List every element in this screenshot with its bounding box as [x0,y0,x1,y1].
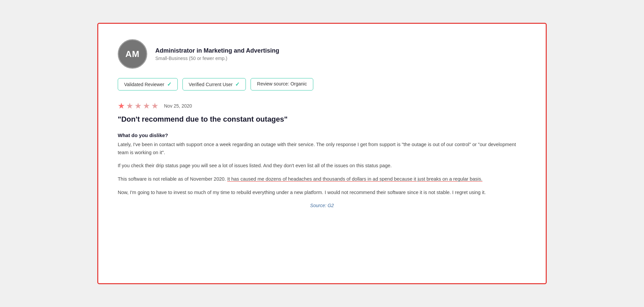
badge-organic: Review source: Organic [251,78,313,90]
check-icon-validated: ✓ [167,81,171,87]
review-card-border: AM Administrator in Marketing and Advert… [97,23,547,284]
badge-organic-label: Review source: Organic [257,81,307,86]
review-card: AM Administrator in Marketing and Advert… [102,27,542,218]
rating-row: ★ ★ ★ ★ ★ Nov 25, 2020 [118,101,526,111]
badges-row: Validated Reviewer ✓ Verified Current Us… [118,78,526,90]
star-1: ★ [118,101,125,111]
review-paragraph-2: If you check their drip status page you … [118,162,526,170]
paragraph3-underlined: It has caused me dozens of headaches and… [227,176,482,182]
reviewer-name: Administrator in Marketing and Advertisi… [155,47,279,54]
review-paragraph-4: Now, I'm going to have to invest so much… [118,189,526,197]
reviewer-header: AM Administrator in Marketing and Advert… [118,39,526,69]
review-paragraph-1: Lately, I've been in contact with suppor… [118,141,526,157]
page-wrapper: AM Administrator in Marketing and Advert… [0,0,644,307]
avatar-initials: AM [125,49,140,59]
badge-validated-reviewer: Validated Reviewer ✓ [118,78,178,90]
star-rating: ★ ★ ★ ★ ★ [118,101,159,111]
reviewer-info: Administrator in Marketing and Advertisi… [155,47,279,61]
review-title: "Don't recommend due to the constant out… [118,115,526,124]
avatar: AM [118,39,147,69]
badge-verified-label: Verified Current User [189,82,233,87]
reviewer-company: Small-Business (50 or fewer emp.) [155,56,279,61]
review-date: Nov 25, 2020 [164,103,192,109]
source-line: Source: G2 [118,203,526,208]
star-3: ★ [135,101,142,111]
dislike-label: What do you dislike? [118,132,526,138]
badge-validated-label: Validated Reviewer [124,82,164,87]
star-5: ★ [151,101,159,111]
review-body: What do you dislike? Lately, I've been i… [118,132,526,197]
review-paragraph-3: This software is not reliable as of Nove… [118,175,526,183]
check-icon-verified: ✓ [235,81,239,87]
star-2: ★ [126,101,133,111]
badge-verified-user: Verified Current User ✓ [182,78,246,90]
star-4: ★ [143,101,150,111]
paragraph3-pre: This software is not reliable as of Nove… [118,176,227,182]
